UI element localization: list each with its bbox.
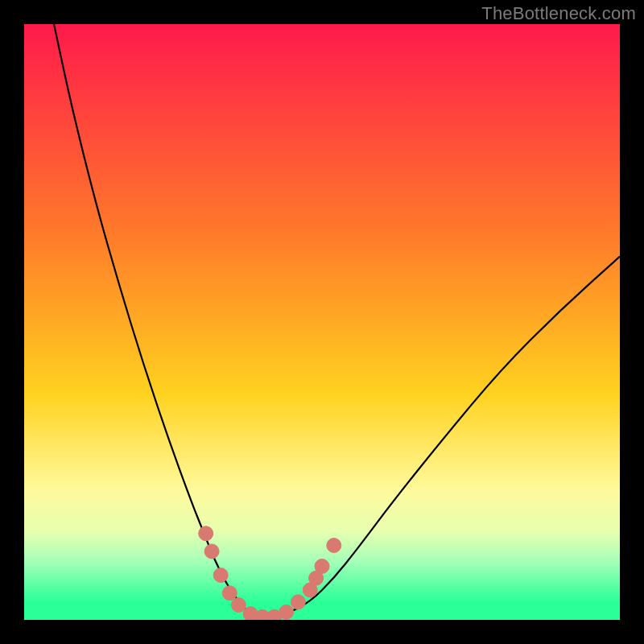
bottleneck-chart [0,0,644,644]
curve-marker [204,544,219,559]
watermark-text: TheBottleneck.com [481,3,636,24]
curve-marker [327,539,341,553]
curve-marker [222,586,237,601]
curve-marker [279,605,294,619]
curve-marker [231,598,246,613]
gradient-background [24,24,620,620]
curve-marker [315,559,329,573]
curve-marker [199,526,213,541]
curve-marker [291,595,305,609]
chart-frame: TheBottleneck.com [0,0,644,644]
curve-marker [213,568,228,583]
